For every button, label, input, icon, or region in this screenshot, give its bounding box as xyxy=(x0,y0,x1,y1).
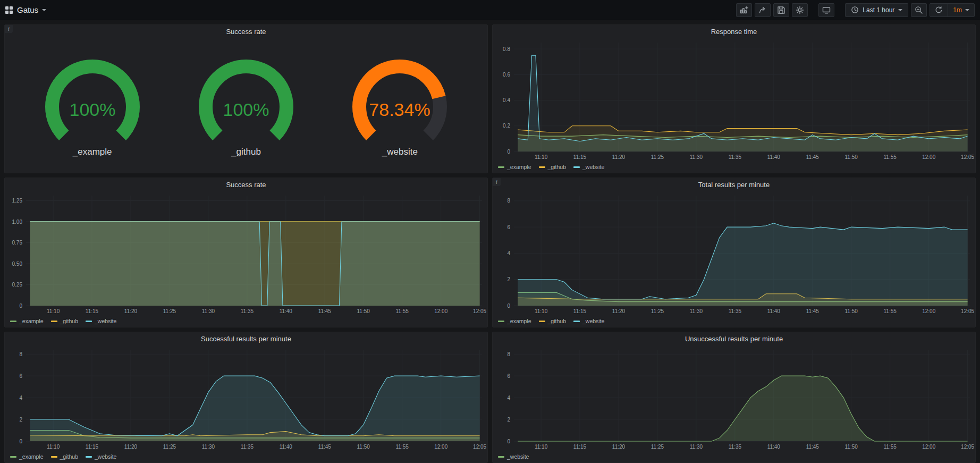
legend-item[interactable]: _website xyxy=(573,164,604,170)
svg-text:2: 2 xyxy=(19,417,22,423)
gauge-value: 78.34% xyxy=(369,99,430,120)
panel-info-icon[interactable]: i xyxy=(493,178,501,186)
add-panel-icon xyxy=(740,6,748,14)
successful-results-chart[interactable]: 0246811:1011:1511:2011:2511:3011:3511:40… xyxy=(5,346,487,452)
legend-item[interactable]: _github xyxy=(51,453,78,460)
gauge-_github: 100% _github xyxy=(182,56,310,157)
refresh-picker: 1m xyxy=(930,3,975,17)
svg-text:11:30: 11:30 xyxy=(202,308,215,314)
svg-text:2: 2 xyxy=(507,276,510,282)
refresh-now-button[interactable] xyxy=(930,4,948,16)
svg-text:11:25: 11:25 xyxy=(651,154,664,160)
svg-text:11:40: 11:40 xyxy=(280,308,293,314)
svg-text:2: 2 xyxy=(507,417,510,423)
svg-text:11:45: 11:45 xyxy=(806,308,820,314)
svg-text:0.2: 0.2 xyxy=(503,123,510,129)
panel-successful-results: Successful results per minute 0246811:10… xyxy=(4,332,488,463)
cycle-view-mode-button[interactable] xyxy=(818,3,834,17)
total-results-chart[interactable]: 0246811:1011:1511:2011:2511:3011:3511:40… xyxy=(493,191,975,316)
gauge-arc: 100% xyxy=(182,56,310,146)
svg-text:11:25: 11:25 xyxy=(651,308,664,314)
save-dashboard-button[interactable] xyxy=(773,3,789,17)
legend-item[interactable]: _github xyxy=(539,318,566,324)
refresh-interval-dropdown[interactable]: 1m xyxy=(948,4,974,16)
settings-gear-icon xyxy=(796,6,804,14)
svg-text:11:30: 11:30 xyxy=(690,154,703,160)
panel-title[interactable]: Success rate xyxy=(5,25,487,38)
panel-success-rate-gauges: i Success rate 100% _example 100% _githu… xyxy=(4,24,488,173)
svg-text:0.75: 0.75 xyxy=(12,240,23,246)
svg-text:11:55: 11:55 xyxy=(884,444,897,450)
panel-total-results: i Total results per minute 0246811:1011:… xyxy=(492,178,976,327)
svg-text:1.25: 1.25 xyxy=(12,198,23,204)
zoom-out-time-button[interactable] xyxy=(911,3,927,17)
panel-unsuccessful-results: Unsuccessful results per minute 0246811:… xyxy=(492,332,976,463)
share-dashboard-button[interactable] xyxy=(755,3,771,17)
legend-item[interactable]: _github xyxy=(539,164,566,170)
svg-text:11:40: 11:40 xyxy=(767,308,781,314)
svg-text:0.4: 0.4 xyxy=(503,97,510,103)
panel-response-time: Response time 00.20.40.60.811:1011:1511:… xyxy=(492,24,976,173)
success-rate-chart[interactable]: 00.250.500.751.001.2511:1011:1511:2011:2… xyxy=(5,191,487,316)
dashboard-title-dropdown[interactable]: Gatus xyxy=(17,5,46,14)
svg-text:11:40: 11:40 xyxy=(767,154,781,160)
unsuccessful-results-chart[interactable]: 0246811:1011:1511:2011:2511:3011:3511:40… xyxy=(493,346,975,452)
legend-item[interactable]: _example xyxy=(10,453,44,460)
svg-text:0: 0 xyxy=(19,303,22,309)
svg-text:11:20: 11:20 xyxy=(612,154,626,160)
panel-title[interactable]: Response time xyxy=(493,25,975,38)
svg-text:6: 6 xyxy=(507,373,510,379)
response-time-chart[interactable]: 00.20.40.60.811:1011:1511:2011:2511:3011… xyxy=(493,38,975,162)
gauge-arc: 78.34% xyxy=(336,56,463,146)
svg-text:11:50: 11:50 xyxy=(845,308,858,314)
legend-item[interactable]: _example xyxy=(498,164,531,170)
legend-item[interactable]: _website xyxy=(86,318,116,324)
svg-text:11:15: 11:15 xyxy=(86,308,99,314)
svg-text:4: 4 xyxy=(19,395,22,401)
svg-text:11:30: 11:30 xyxy=(202,444,215,450)
dashboard-settings-button[interactable] xyxy=(792,3,808,17)
svg-text:0: 0 xyxy=(507,149,510,155)
legend-item[interactable]: _website xyxy=(86,453,116,460)
svg-text:12:05: 12:05 xyxy=(473,308,486,314)
svg-text:11:45: 11:45 xyxy=(806,154,820,160)
svg-text:0.8: 0.8 xyxy=(503,46,510,52)
tv-monitor-icon xyxy=(822,6,831,14)
panel-title[interactable]: Successful results per minute xyxy=(5,332,487,346)
share-icon xyxy=(758,6,767,14)
panel-info-icon[interactable]: i xyxy=(5,25,13,33)
svg-text:8: 8 xyxy=(507,351,510,357)
svg-text:12:05: 12:05 xyxy=(961,154,974,160)
svg-text:11:25: 11:25 xyxy=(651,444,664,450)
time-range-picker[interactable]: Last 1 hour xyxy=(845,3,908,17)
legend-item[interactable]: _example xyxy=(498,318,531,324)
svg-text:12:00: 12:00 xyxy=(922,444,935,450)
legend-item[interactable]: _example xyxy=(10,318,44,324)
svg-text:8: 8 xyxy=(19,351,22,357)
caret-down-icon xyxy=(965,9,969,11)
panel-title[interactable]: Unsuccessful results per minute xyxy=(493,332,975,346)
panel-title[interactable]: Success rate xyxy=(5,178,487,191)
svg-text:11:25: 11:25 xyxy=(163,444,176,450)
svg-text:0: 0 xyxy=(507,303,510,309)
svg-text:12:00: 12:00 xyxy=(434,308,447,314)
svg-text:6: 6 xyxy=(19,373,22,379)
gauge-value: 100% xyxy=(69,99,115,120)
svg-text:11:35: 11:35 xyxy=(729,444,742,450)
top-navbar: Gatus xyxy=(0,0,980,20)
dashboard-grid-icon[interactable] xyxy=(5,6,13,14)
gauge-label: _github xyxy=(231,147,261,157)
panel-title[interactable]: Total results per minute xyxy=(493,178,975,191)
caret-down-icon xyxy=(42,9,46,11)
svg-text:11:35: 11:35 xyxy=(729,308,742,314)
svg-text:8: 8 xyxy=(507,198,510,204)
legend-item[interactable]: _website xyxy=(498,453,529,460)
svg-text:11:10: 11:10 xyxy=(535,444,548,450)
legend-item[interactable]: _github xyxy=(51,318,78,324)
legend-item[interactable]: _website xyxy=(573,318,604,324)
gauge-label: _example xyxy=(73,147,112,157)
clock-icon xyxy=(851,6,859,14)
svg-text:12:05: 12:05 xyxy=(961,444,974,450)
svg-text:0.50: 0.50 xyxy=(12,261,23,267)
add-panel-button[interactable] xyxy=(736,3,752,17)
